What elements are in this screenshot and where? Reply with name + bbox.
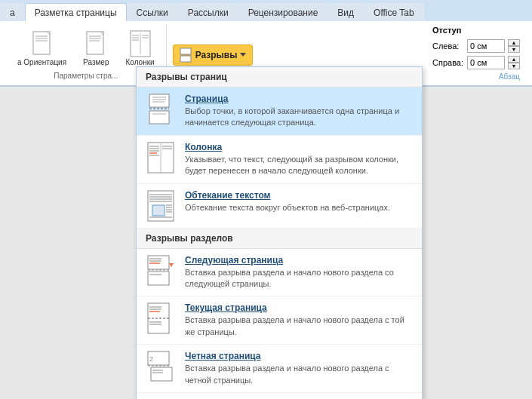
next-page-text: Следующая страница Вставка разрыва разде… [185,255,413,290]
tab-office[interactable]: Office Tab [364,3,424,21]
next-page-title: Следующая страница [185,255,413,265]
column-break-title: Колонка [185,142,413,152]
column-break-desc: Указывает, что текст, следующий за разры… [185,154,413,177]
page-break-desc: Выбор точки, в которой заканчивается одн… [185,106,413,129]
svg-marker-54 [169,263,174,267]
indent-left-input[interactable] [467,39,505,53]
even-page-desc: Вставка разрыва раздела и начало нового … [185,363,413,386]
size-button[interactable]: Размер [76,26,115,70]
indent-right-up[interactable]: ▲ [508,56,520,63]
next-page-icon-container [146,255,176,287]
tab-links[interactable]: Ссылки [127,3,178,21]
even-page-icon: 2 [146,351,175,382]
indent-left-row: Слева: ▲ ▼ [432,39,520,53]
breaks-section: Разрывы [173,41,253,66]
next-page-desc: Вставка разрыва раздела и начало нового … [185,267,413,290]
even-page-text: Четная страница Вставка разрыва раздела … [185,351,413,386]
column-break-icon [146,142,175,173]
breaks-chevron-icon [240,53,246,57]
svg-text:2: 2 [149,355,153,363]
indent-left-label: Слева: [432,41,464,51]
ribbon-tab-bar: а Разметка страницы Ссылки Рассылки Реце… [0,0,532,21]
breaks-button[interactable]: Разрывы [173,45,253,66]
indent-left-spin: ▲ ▼ [508,39,520,53]
text-wrap-item[interactable]: Обтекание текстом Обтекание текста вокру… [137,184,422,229]
indent-right-row: Справа: ▲ ▼ [432,56,520,69]
ribbon: а Разметка страницы Ссылки Рассылки Реце… [0,0,532,87]
breaks-label: Разрывы [195,50,238,60]
current-page-item[interactable]: Текущая страница Вставка разрыва раздела… [137,296,422,345]
page-break-icon-container [146,94,176,125]
breaks-dropdown: Разрывы страниц Страница [136,66,423,399]
indent-right-down[interactable]: ▼ [508,63,520,69]
even-page-title: Четная страница [185,351,413,361]
svg-rect-55 [148,303,169,333]
page-break-item[interactable]: Страница Выбор точки, в которой заканчив… [137,87,422,136]
breaks-icon [180,48,193,63]
indent-right-input[interactable] [467,56,505,69]
paragraph-link[interactable]: Абзац [432,72,520,81]
page-breaks-title: Разрывы страниц [137,67,422,87]
indent-left-down[interactable]: ▼ [508,46,520,53]
tab-mailings[interactable]: Рассылки [178,3,238,21]
tab-view[interactable]: Вид [328,3,364,21]
svg-rect-5 [87,32,103,54]
text-wrap-icon-container [146,190,176,222]
section-breaks-title: Разрывы разделов [137,229,422,249]
size-icon [85,30,106,57]
even-page-icon-container: 2 [146,351,176,382]
page-break-text: Страница Выбор точки, в которой заканчив… [185,94,413,129]
page-break-title: Страница [185,94,413,104]
column-break-item[interactable]: Колонка Указывает, что текст, следующий … [137,136,422,184]
svg-rect-47 [148,256,169,269]
orientation-label: а Ориентация [17,58,66,66]
text-wrap-icon [146,190,175,222]
svg-rect-22 [149,111,169,124]
columns-label: Колонки [125,58,154,66]
svg-rect-41 [152,205,165,216]
page-setup-buttons: а Ориентация Размер [11,26,161,70]
page-setup-group-label: Параметры стра... [54,72,118,80]
page-break-icon [146,94,175,125]
column-break-icon-container [146,142,176,173]
size-label: Размер [83,58,109,66]
ribbon-content: а Ориентация Размер [0,21,532,86]
current-page-icon [146,302,175,334]
indent-right-spin: ▲ ▼ [508,56,520,69]
current-page-title: Текущая страница [185,302,413,313]
tab-layout[interactable]: Разметка страницы [25,3,127,21]
current-page-desc: Вставка разрыва раздела и начало нового … [185,315,413,338]
odd-page-item[interactable]: 3 Нечетная страница Вставка разрыва разд… [137,393,422,399]
orientation-icon [32,30,53,57]
column-break-text: Колонка Указывает, что текст, следующий … [185,142,413,177]
svg-rect-0 [33,32,50,54]
text-wrap-text: Обтекание текстом Обтекание текста вокру… [185,190,413,213]
orientation-button[interactable]: а Ориентация [11,26,73,70]
indent-right-label: Справа: [432,58,464,67]
indent-section: Отступ Слева: ▲ ▼ Справа: ▲ ▼ [432,26,526,81]
svg-rect-19 [180,56,191,62]
text-wrap-desc: Обтекание текста вокруг объектов на веб-… [185,202,413,213]
svg-rect-17 [180,48,191,54]
svg-rect-52 [148,272,169,285]
indent-title: Отступ [432,26,520,35]
text-wrap-title: Обтекание текстом [185,190,413,201]
next-page-icon [146,255,175,287]
next-page-item[interactable]: Следующая страница Вставка разрыва разде… [137,249,422,297]
columns-icon [130,30,151,57]
indent-group: Отступ Слева: ▲ ▼ Справа: ▲ ▼ [432,26,520,81]
current-page-icon-container [146,302,176,334]
svg-rect-20 [149,94,169,107]
columns-button[interactable]: Колонки [118,26,161,70]
tab-review[interactable]: Рецензирование [238,3,328,21]
tab-a[interactable]: а [0,3,25,21]
svg-rect-65 [151,367,172,381]
indent-left-up[interactable]: ▲ [508,39,520,46]
even-page-item[interactable]: 2 Четная страница Вставка разрыва раздел… [137,345,422,393]
current-page-text: Текущая страница Вставка разрыва раздела… [185,302,413,338]
